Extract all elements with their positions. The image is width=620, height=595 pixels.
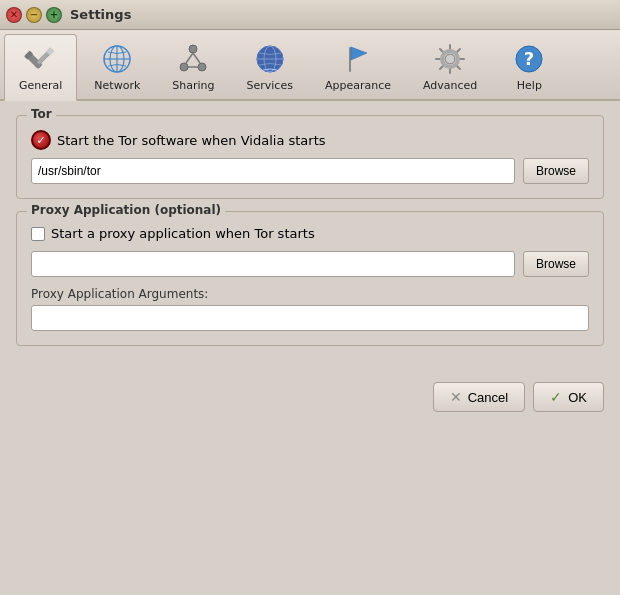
tab-services[interactable]: Services <box>232 34 308 99</box>
services-icon <box>252 41 288 77</box>
settings-toolbar: General Network <box>0 30 620 101</box>
tor-browse-button[interactable]: Browse <box>523 158 589 184</box>
tor-checkbox-row: ✓ Start the Tor software when Vidalia st… <box>31 130 589 150</box>
tab-help[interactable]: ? Help <box>494 34 564 99</box>
tab-appearance[interactable]: Appearance <box>310 34 406 99</box>
svg-line-27 <box>440 49 443 52</box>
tor-checkbox[interactable]: ✓ <box>31 130 51 150</box>
tab-help-label: Help <box>517 79 542 92</box>
proxy-args-input[interactable] <box>31 305 589 331</box>
svg-marker-20 <box>351 47 367 60</box>
ok-icon: ✓ <box>550 389 562 405</box>
tab-network-label: Network <box>94 79 140 92</box>
svg-line-30 <box>440 66 443 69</box>
cancel-icon: ✕ <box>450 389 462 405</box>
titlebar: ✕ − + Settings <box>0 0 620 30</box>
tor-path-input[interactable] <box>31 158 515 184</box>
svg-line-29 <box>457 49 460 52</box>
ok-button[interactable]: ✓ OK <box>533 382 604 412</box>
proxy-path-row: Browse <box>31 251 589 277</box>
proxy-args-label: Proxy Application Arguments: <box>31 287 589 301</box>
proxy-path-input[interactable] <box>31 251 515 277</box>
tab-services-label: Services <box>247 79 293 92</box>
svg-text:?: ? <box>524 48 534 69</box>
close-button[interactable]: ✕ <box>6 7 22 23</box>
window-controls[interactable]: ✕ − + <box>6 7 62 23</box>
tor-checkmark: ✓ <box>36 134 45 147</box>
svg-line-12 <box>186 53 193 63</box>
tab-network[interactable]: Network <box>79 34 155 99</box>
svg-point-11 <box>198 63 206 71</box>
tab-general-label: General <box>19 79 62 92</box>
svg-line-28 <box>457 66 460 69</box>
tor-path-row: Browse <box>31 158 589 184</box>
sharing-icon <box>175 41 211 77</box>
svg-rect-19 <box>349 47 351 72</box>
content-area: Tor ✓ Start the Tor software when Vidali… <box>0 101 620 372</box>
proxy-browse-button[interactable]: Browse <box>523 251 589 277</box>
proxy-checkbox-row: Start a proxy application when Tor start… <box>31 226 589 241</box>
proxy-section-label: Proxy Application (optional) <box>27 203 225 217</box>
appearance-icon <box>340 41 376 77</box>
tab-advanced[interactable]: Advanced <box>408 34 492 99</box>
cancel-label: Cancel <box>468 390 508 405</box>
network-icon <box>99 41 135 77</box>
ok-label: OK <box>568 390 587 405</box>
tor-checkbox-label: Start the Tor software when Vidalia star… <box>57 133 326 148</box>
minimize-button[interactable]: − <box>26 7 42 23</box>
svg-line-13 <box>193 53 200 63</box>
svg-point-10 <box>180 63 188 71</box>
help-icon: ? <box>511 41 547 77</box>
tab-general[interactable]: General <box>4 34 77 101</box>
proxy-checkbox[interactable] <box>31 227 45 241</box>
footer: ✕ Cancel ✓ OK <box>0 372 620 426</box>
proxy-section: Proxy Application (optional) Start a pro… <box>16 211 604 346</box>
svg-point-9 <box>189 45 197 53</box>
maximize-button[interactable]: + <box>46 7 62 23</box>
advanced-icon <box>432 41 468 77</box>
tor-section: Tor ✓ Start the Tor software when Vidali… <box>16 115 604 199</box>
tab-appearance-label: Appearance <box>325 79 391 92</box>
tab-sharing-label: Sharing <box>172 79 214 92</box>
proxy-checkbox-label: Start a proxy application when Tor start… <box>51 226 315 241</box>
svg-point-32 <box>446 55 454 63</box>
cancel-button[interactable]: ✕ Cancel <box>433 382 525 412</box>
tab-advanced-label: Advanced <box>423 79 477 92</box>
tab-sharing[interactable]: Sharing <box>157 34 229 99</box>
window-title: Settings <box>70 7 131 22</box>
tor-section-label: Tor <box>27 107 56 121</box>
general-icon <box>23 41 59 77</box>
